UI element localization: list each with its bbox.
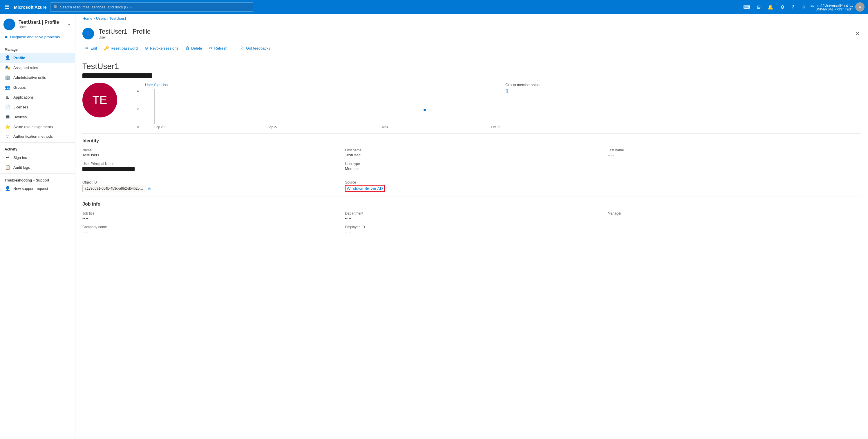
page-user-icon: 👤	[83, 28, 94, 39]
user-name-title: TestUser1	[83, 62, 861, 71]
feedback-button[interactable]: ♡ Got feedback?	[238, 44, 274, 52]
top-navigation: ☰ Microsoft Azure 🔍 ⌨ ⊞ 🔔 ⚙ ? ☺ admin@Un…	[0, 0, 868, 14]
upn-label: User Principal Name	[83, 162, 336, 166]
toolbar-separator	[234, 45, 234, 51]
group-memberships-count[interactable]: 1	[505, 88, 861, 95]
audit-logs-icon: 📋	[5, 165, 10, 170]
chart-title: User Sign-ins	[145, 83, 501, 87]
source-field: Source Windows Server AD	[345, 180, 598, 192]
hamburger-menu[interactable]: ☰	[3, 3, 10, 11]
auth-methods-icon: 🛡	[5, 134, 10, 139]
object-id-value: c17ed691-d64b-453c-a8b2-d54b2552b...	[83, 185, 146, 192]
help-icon[interactable]: ?	[789, 3, 796, 11]
breadcrumb-users[interactable]: Users	[96, 16, 106, 21]
job-info-title: Job info	[83, 201, 861, 207]
user-avatar[interactable]: A	[855, 2, 865, 11]
object-id-label: Object ID	[83, 180, 336, 184]
name-label: Name	[83, 148, 336, 152]
devices-icon: 💻	[5, 114, 10, 120]
user-avatar-block: TE	[83, 83, 141, 118]
sidebar-header: 👤 TestUser1 | Profile User «	[0, 14, 75, 32]
search-bar[interactable]: 🔍	[50, 2, 253, 11]
copy-object-id-button[interactable]: ⎘	[148, 186, 150, 191]
refresh-button[interactable]: ↻ Refresh	[206, 44, 230, 52]
employee-id-field: Employee ID -- --	[345, 225, 598, 234]
manager-field: Manager	[608, 211, 861, 220]
edit-button[interactable]: ✏ Edit	[83, 44, 100, 52]
company-name-value: -- --	[83, 230, 336, 234]
user-menu[interactable]: admin@UniversalPrintT... UNIVERSAL PRINT…	[810, 3, 853, 11]
sidebar-collapse-button[interactable]: «	[67, 21, 72, 28]
admin-units-icon: 🏢	[5, 75, 10, 80]
company-name-field: Company name -- --	[83, 225, 336, 234]
sidebar-user-info: TestUser1 | Profile User	[19, 20, 59, 29]
name-field: Name TestUser1	[83, 148, 336, 157]
search-icon: 🔍	[53, 5, 58, 9]
sidebar-item-devices[interactable]: 💻 Devices	[0, 112, 75, 122]
job-info-grid: Job title -- -- Department -- -- Manager…	[83, 211, 861, 234]
cloud-shell-icon[interactable]: ⌨	[741, 3, 752, 11]
reset-password-button[interactable]: 🔑 Reset password	[101, 44, 141, 52]
sign-ins-icon: ↩	[5, 155, 10, 160]
breadcrumb-home[interactable]: Home	[83, 16, 93, 21]
breadcrumb-current: TestUser1	[110, 16, 126, 21]
first-name-field: First name TestUser1	[345, 148, 598, 157]
troubleshooting-section-label: Troubleshooting + Support	[0, 175, 75, 184]
page-title: TestUser1 | Profile	[99, 28, 151, 35]
source-label: Source	[345, 180, 598, 184]
employee-id-label: Employee ID	[345, 225, 598, 229]
licenses-icon: 📄	[5, 104, 10, 109]
sidebar-item-administrative-units[interactable]: 🏢 Administrative units	[0, 72, 75, 82]
job-title-field: Job title -- --	[83, 211, 336, 220]
job-title-value: -- --	[83, 216, 336, 220]
app-logo: Microsoft Azure	[14, 5, 47, 9]
azure-roles-icon: ⭐	[5, 124, 10, 129]
sidebar-item-profile[interactable]: 👤 Profile	[0, 53, 75, 63]
settings-icon[interactable]: ⚙	[778, 3, 787, 11]
sidebar-item-applications[interactable]: ⊞ Applications	[0, 92, 75, 102]
source-value[interactable]: Windows Server AD	[347, 186, 383, 191]
chart-wrapper: 4 2 0 Sep 20 Sep 27 Oct 4 Oct 11	[145, 89, 501, 129]
content-area: Home › Users › TestUser1 👤 TestUser1 | P…	[75, 14, 868, 439]
sidebar-title: TestUser1 | Profile	[19, 20, 59, 25]
identity-grid: Name TestUser1 First name TestUser1 Last…	[83, 148, 861, 192]
assigned-roles-icon: 🎭	[5, 65, 10, 70]
refresh-icon: ↻	[209, 46, 212, 51]
sidebar-item-groups[interactable]: 👥 Groups	[0, 82, 75, 92]
sidebar-item-sign-ins[interactable]: ↩ Sign-ins	[0, 153, 75, 162]
delete-icon: 🗑	[185, 46, 189, 51]
redacted-upn-bar	[83, 73, 152, 78]
object-id-value-block: c17ed691-d64b-453c-a8b2-d54b2552b... ⎘	[83, 185, 336, 192]
diagnose-icon: ✖	[5, 35, 8, 39]
last-name-label: Last name	[608, 148, 861, 152]
last-name-value: -- --	[608, 153, 861, 157]
sidebar-item-new-support-request[interactable]: 👤 New support request	[0, 184, 75, 193]
portal-settings-icon[interactable]: ⊞	[754, 3, 763, 11]
chart-y-labels: 4 2 0	[137, 89, 139, 129]
employee-id-value: -- --	[345, 230, 598, 234]
department-value: -- --	[345, 216, 598, 220]
sidebar-item-audit-logs[interactable]: 📋 Audit logs	[0, 162, 75, 172]
feedback-icon: ♡	[241, 46, 244, 51]
breadcrumb: Home › Users › TestUser1	[75, 14, 868, 23]
user-type-value: Member	[345, 166, 598, 171]
toolbar: ✏ Edit 🔑 Reset password ⊘ Revoke session…	[75, 42, 868, 56]
sidebar-item-azure-role-assignments[interactable]: ⭐ Azure role assignments	[0, 122, 75, 132]
chart-area	[154, 89, 501, 124]
sidebar-divider-3	[0, 174, 75, 174]
sidebar-item-diagnose[interactable]: ✖ Diagnose and solve problems	[0, 32, 75, 41]
page-header: 👤 TestUser1 | Profile User ✕	[75, 23, 868, 42]
notifications-icon[interactable]: 🔔	[765, 3, 776, 11]
sidebar-item-assigned-roles[interactable]: 🎭 Assigned roles	[0, 63, 75, 72]
sidebar-item-licenses[interactable]: 📄 Licenses	[0, 102, 75, 112]
revoke-sessions-button[interactable]: ⊘ Revoke sessions	[142, 44, 181, 52]
sidebar-item-authentication-methods[interactable]: 🛡 Authentication methods	[0, 132, 75, 141]
user-type-label: User type	[345, 162, 598, 166]
search-input[interactable]	[60, 5, 250, 9]
name-value: TestUser1	[83, 153, 336, 157]
close-button[interactable]: ✕	[854, 29, 861, 38]
manage-section-label: Manage	[0, 44, 75, 53]
first-name-label: First name	[345, 148, 598, 152]
feedback-icon[interactable]: ☺	[799, 3, 808, 11]
delete-button[interactable]: 🗑 Delete	[183, 44, 205, 52]
